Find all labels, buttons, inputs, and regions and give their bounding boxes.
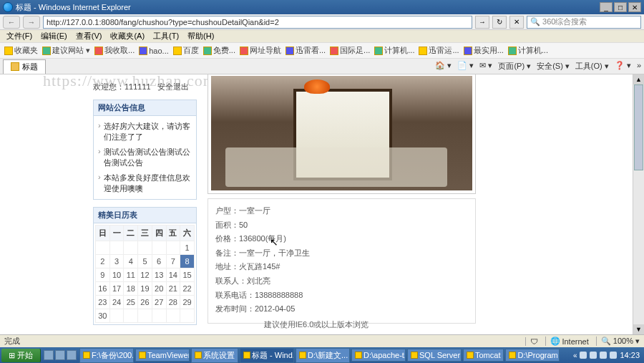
refresh-button[interactable]: ↻ xyxy=(492,16,507,29)
notice-item[interactable]: 本站多发良好度佳信息欢迎使用噢噢 xyxy=(98,170,192,196)
fav-link[interactable]: 免费... xyxy=(203,45,235,56)
fav-link[interactable]: 百度 xyxy=(173,45,199,56)
status-text: 完成 xyxy=(4,336,20,347)
cal-day[interactable]: 16 xyxy=(96,282,110,296)
notice-item[interactable]: 测试公告测试公告测试公告测试公告 xyxy=(98,145,192,170)
cal-day[interactable]: 19 xyxy=(138,282,152,296)
menu-view[interactable]: 查看(V) xyxy=(72,31,106,42)
tool-tools[interactable]: 工具(O) ▾ xyxy=(575,61,609,72)
menu-fav[interactable]: 收藏夹(A) xyxy=(107,31,148,42)
scroll-down-icon[interactable]: ▼ xyxy=(633,324,644,334)
fav-link[interactable]: 最实用... xyxy=(464,45,504,56)
cal-day[interactable]: 7 xyxy=(166,255,180,268)
cal-day[interactable]: 23 xyxy=(96,296,110,309)
cal-day[interactable]: 12 xyxy=(138,268,152,282)
cal-day[interactable]: 17 xyxy=(109,282,124,296)
fav-link[interactable]: 建议网站 ▾ xyxy=(42,45,90,56)
cal-day[interactable]: 6 xyxy=(152,255,166,268)
cal-day[interactable]: 27 xyxy=(152,296,166,309)
fav-link[interactable]: 计算机... xyxy=(508,45,548,56)
tool-safety[interactable]: 安全(S) ▾ xyxy=(537,61,570,72)
address-bar: ← → http://127.0.0.1:8080/fang/chushou?t… xyxy=(0,14,644,30)
close-button[interactable]: ✕ xyxy=(628,2,641,12)
fav-link[interactable]: 我收取... xyxy=(94,45,135,56)
cal-day[interactable]: 22 xyxy=(180,282,195,296)
url-text: http://127.0.0.1:8080/fang/chushou?type=… xyxy=(47,18,279,26)
minimize-button[interactable]: _ xyxy=(600,2,613,12)
cal-day[interactable]: 3 xyxy=(109,255,124,268)
scroll-up-icon[interactable]: ▲ xyxy=(633,74,644,84)
menu-tool[interactable]: 工具(T) xyxy=(150,31,182,42)
fav-link[interactable]: hao... xyxy=(139,47,169,55)
stop-button[interactable]: ✕ xyxy=(509,16,524,29)
cal-day[interactable]: 14 xyxy=(166,268,180,282)
tool-mail[interactable]: ✉ ▾ xyxy=(479,61,492,72)
fav-link[interactable]: 计算机... xyxy=(374,45,414,56)
cal-day[interactable]: 13 xyxy=(152,268,166,282)
menu-edit[interactable]: 编辑(E) xyxy=(37,31,71,42)
forward-button[interactable]: → xyxy=(23,16,40,29)
task-button[interactable]: TeamViewer xyxy=(135,349,190,362)
menu-help[interactable]: 帮助(H) xyxy=(184,31,218,42)
back-button[interactable]: ← xyxy=(3,16,20,29)
maximize-button[interactable]: □ xyxy=(614,2,627,12)
tray-icon[interactable] xyxy=(580,352,587,359)
ql-icon[interactable] xyxy=(55,350,65,360)
status-zoom[interactable]: 🔍 100% ▾ xyxy=(596,337,640,346)
detail-huxing: 一室一厅 xyxy=(239,206,270,215)
cal-day[interactable]: 9 xyxy=(96,268,110,282)
cal-day[interactable]: 4 xyxy=(124,255,138,268)
fav-link[interactable]: 迅雷看... xyxy=(286,45,326,56)
fav-link[interactable]: 网址导航 xyxy=(240,45,281,56)
notice-item[interactable]: 选好房六大建议，请访客们注意了了 xyxy=(98,119,192,145)
tray-icon[interactable] xyxy=(610,352,617,359)
browser-tab[interactable]: 标题 xyxy=(3,59,46,74)
ql-icon[interactable] xyxy=(44,350,54,360)
cal-day[interactable]: 29 xyxy=(180,296,195,309)
cal-day[interactable]: 18 xyxy=(124,282,138,296)
favorites-button[interactable]: 收藏夹 xyxy=(4,45,38,56)
tool-feed[interactable]: 📄 ▾ xyxy=(457,61,474,72)
cal-day[interactable]: 25 xyxy=(124,296,138,309)
cal-day[interactable]: 11 xyxy=(124,268,138,282)
tool-more[interactable]: » xyxy=(637,61,641,72)
ql-icon[interactable] xyxy=(67,350,77,360)
task-button[interactable]: D:\apache-t... xyxy=(351,349,406,362)
system-tray[interactable]: « 14:23 xyxy=(570,351,643,359)
go-button[interactable]: → xyxy=(475,16,489,29)
cal-day xyxy=(138,241,152,255)
start-button[interactable]: ⊞ 开始 xyxy=(1,349,41,362)
task-button[interactable]: F:\备份\200... xyxy=(79,348,134,363)
logout-link[interactable]: 安全退出 xyxy=(157,82,189,91)
cal-day[interactable]: 1 xyxy=(180,241,195,255)
cal-day[interactable]: 15 xyxy=(180,268,195,282)
tool-page[interactable]: 页面(P) ▾ xyxy=(498,61,531,72)
task-button[interactable]: D:\新建文... xyxy=(296,348,350,363)
task-button[interactable]: 标题 - Wind... xyxy=(240,348,294,363)
cal-day[interactable]: 24 xyxy=(109,296,124,309)
search-input[interactable]: 🔍 360综合搜索 xyxy=(527,16,641,29)
task-button[interactable]: SQL Server ... xyxy=(407,349,462,362)
cal-day[interactable]: 21 xyxy=(166,282,180,296)
url-input[interactable]: http://127.0.0.1:8080/fang/chushou?type=… xyxy=(43,16,472,29)
cal-day[interactable]: 2 xyxy=(96,255,110,268)
calendar-title: 精美日历表 xyxy=(94,208,196,223)
cal-day[interactable]: 26 xyxy=(138,296,152,309)
cal-day[interactable]: 10 xyxy=(109,268,124,282)
tray-icon[interactable] xyxy=(600,352,607,359)
menu-file[interactable]: 文件(F) xyxy=(3,31,36,42)
tray-icon[interactable] xyxy=(590,352,597,359)
cal-day[interactable]: 5 xyxy=(138,255,152,268)
cal-day[interactable]: 8 xyxy=(180,255,195,268)
vertical-scrollbar[interactable]: ▲ ▼ xyxy=(633,74,644,334)
cal-day[interactable]: 28 xyxy=(166,296,180,309)
tool-help[interactable]: ❓ ▾ xyxy=(615,61,631,72)
scroll-thumb[interactable] xyxy=(634,84,643,170)
fav-link[interactable]: 迅雷运... xyxy=(419,45,459,56)
fav-link[interactable]: 国际足... xyxy=(330,45,370,56)
task-button[interactable]: 系统设置 xyxy=(191,348,238,363)
tool-home[interactable]: 🏠 ▾ xyxy=(435,61,452,72)
cal-day[interactable]: 20 xyxy=(152,282,166,296)
task-button[interactable]: Tomcat xyxy=(463,349,504,362)
task-button[interactable]: D:\Program ... xyxy=(505,349,560,362)
